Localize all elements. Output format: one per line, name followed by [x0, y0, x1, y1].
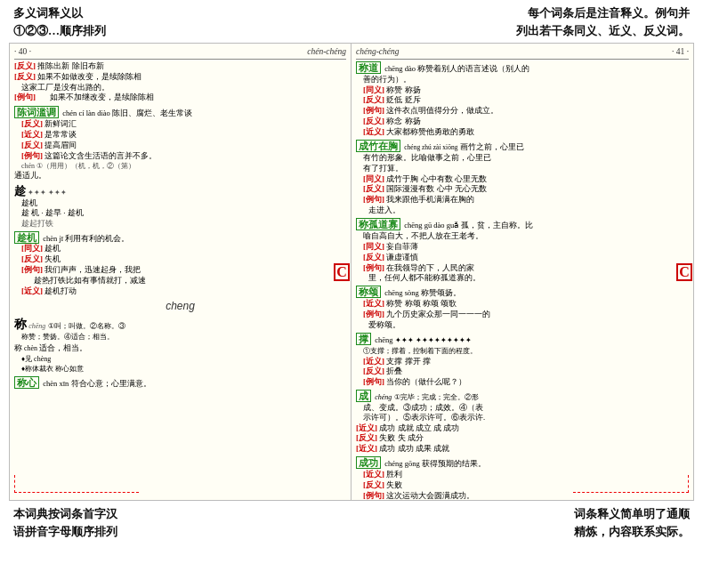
page-right-header: chéng-chéng · 41 · [356, 46, 689, 60]
top-right-line2: 列出若干条同义、近义、反义词。 [516, 22, 690, 40]
top-left-line2: ①②③…顺序排列 [13, 22, 106, 40]
page-left-content: [反义] 推陈出新 除旧布新 [反义] 如果不如做改变，是续除陈相 这家工厂是没… [14, 61, 346, 390]
top-annotations: 多义词释义以 ①②③…顺序排列 每个词条后是注音释义。例句并 列出若干条同义、近… [0, 0, 703, 43]
section-divider-cheng: cheng [14, 300, 346, 314]
page-right-content: 称道 chēng dào 称赞着别人的语言述说（别人的 善的行为）。 [同义] … [356, 61, 689, 500]
bottom-annotations: 本词典按词条首字汉 语拼音字母顺序排列 词条释义简单明了通顺 精炼，内容联系实际… [0, 501, 703, 544]
bottom-left-annotation: 本词典按词条首字汉 语拼音字母顺序排列 [13, 505, 117, 541]
bottom-left-line2: 语拼音字母顺序排列 [13, 523, 117, 541]
bottom-right-line1: 词条释义简单明了通顺 [574, 505, 690, 523]
page-container: 多义词释义以 ①②③…顺序排列 每个词条后是注音释义。例句并 列出若干条同义、近… [0, 0, 703, 588]
annotation-line-left-bottom [14, 492, 139, 493]
c-marker-right: C [676, 263, 692, 281]
page-left-pinyin: chén-chéng [307, 46, 346, 58]
top-right-annotation: 每个词条后是注音释义。例句并 列出若干条同义、近义、反义词。 [516, 4, 690, 40]
dictionary-pages: · 40 · chén-chéng [反义] 推陈出新 除旧布新 [反义] 如果… [9, 43, 694, 501]
c-marker-left: C [334, 263, 350, 281]
top-left-line1: 多义词释义以 [13, 4, 106, 22]
annotation-line-right-vert [688, 475, 689, 493]
annotation-line-left-vert [14, 475, 15, 493]
page-right-number: · 41 · [672, 46, 689, 58]
page-left: · 40 · chén-chéng [反义] 推陈出新 除旧布新 [反义] 如果… [10, 44, 352, 500]
page-right-pinyin: chéng-chéng [356, 46, 400, 58]
page-left-number: · 40 · [14, 46, 31, 58]
bottom-right-annotation: 词条释义简单明了通顺 精炼，内容联系实际。 [574, 505, 690, 541]
annotation-line-right-bottom [573, 492, 689, 493]
page-right: chéng-chéng · 41 · 称道 chēng dào 称赞着别人的语言… [352, 44, 693, 500]
bottom-left-line1: 本词典按词条首字汉 [13, 505, 117, 523]
top-left-annotation: 多义词释义以 ①②③…顺序排列 [13, 4, 106, 40]
bottom-right-line2: 精炼，内容联系实际。 [574, 523, 690, 541]
page-left-header: · 40 · chén-chéng [14, 46, 346, 60]
top-right-line1: 每个词条后是注音释义。例句并 [516, 4, 690, 22]
